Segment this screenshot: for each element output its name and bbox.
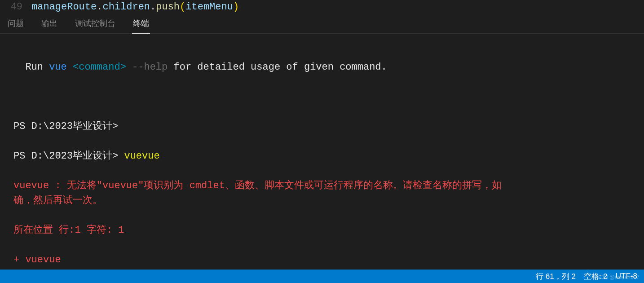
error-message: vuevue : 无法将"vuevue"项识别为 cmdlet、函数、脚本文件或… <box>13 178 637 208</box>
error-location: 所在位置 行:1 字符: 1 <box>13 223 637 238</box>
tab-problems[interactable]: 问题 <box>7 13 25 33</box>
tab-output[interactable]: 输出 <box>40 13 58 33</box>
line-number: 49 <box>0 1 31 13</box>
watermark: CSDN @woyan297 <box>593 274 640 280</box>
panel-tabs: 问题 输出 调试控制台 终端 <box>0 13 644 34</box>
status-bar: 行 61，列 2 空格: 2 UTF-8 <box>0 270 644 283</box>
tab-debug-console[interactable]: 调试控制台 <box>74 13 116 33</box>
terminal-hint-line: Run vue <command> --help for detailed us… <box>13 60 637 75</box>
error-snippet: + vuevue <box>13 252 637 267</box>
code-line: manageRoute.children.push(itemMenu) <box>31 1 239 13</box>
prompt-line: PS D:\2023毕业设计> <box>13 119 637 134</box>
prompt-line: PS D:\2023毕业设计> vuevue <box>13 149 637 164</box>
cursor-position[interactable]: 行 61，列 2 <box>536 271 576 282</box>
tab-terminal[interactable]: 终端 <box>132 13 150 34</box>
editor-peek: 49 manageRoute.children.push(itemMenu) <box>0 0 644 13</box>
terminal-content[interactable]: Run vue <command> --help for detailed us… <box>0 34 644 283</box>
